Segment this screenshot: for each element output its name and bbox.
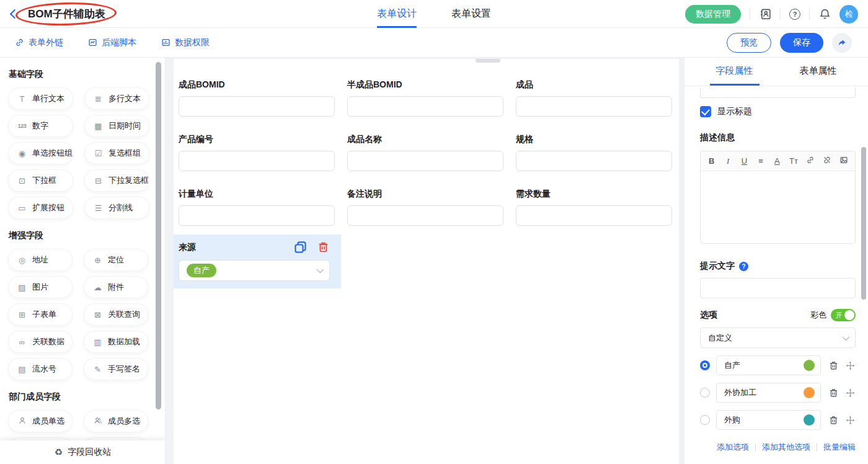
field-pill-single-text[interactable]: T单行文本 [8,87,73,110]
source-dropdown[interactable]: 自产 [179,260,330,281]
option-input[interactable]: 自产 [716,355,821,375]
field-recycle-bin[interactable]: ♻ 字段回收站 [0,440,166,464]
text-input[interactable] [516,205,672,226]
radio-selected-icon[interactable] [700,360,710,370]
hint-help-icon[interactable]: ? [739,262,748,271]
data-permission-item[interactable]: 数据权限 [161,37,210,48]
option-color-dot-green[interactable] [804,360,815,371]
field-pill-subform[interactable]: ⊞子表单 [8,303,73,326]
field-pill-attachment[interactable]: ☁附件 [84,276,148,298]
form-field[interactable]: 成品名称 [347,134,503,171]
field-pill-checkbox-group[interactable]: ☑复选框组 [84,142,149,164]
form-field[interactable]: 半成品BOMID [347,79,503,117]
tab-form-design[interactable]: 表单设计 [377,0,417,28]
field-pill-radio-group[interactable]: ◉单选按钮组 [8,142,73,164]
add-option-link[interactable]: 添加选项 [717,442,749,453]
option-type-select[interactable]: 自定义 [700,328,856,348]
text-input[interactable] [179,96,335,117]
text-input[interactable] [516,151,672,171]
bold-icon[interactable]: B [707,156,715,166]
delete-option-icon[interactable] [828,415,839,426]
field-pill-datetime[interactable]: ▦日期时间 [84,115,149,137]
share-button[interactable] [832,33,852,53]
form-field[interactable]: 规格 [516,134,672,171]
option-color-dot-teal[interactable] [804,414,815,426]
align-icon[interactable]: ≡ [756,156,764,166]
data-manage-button[interactable]: 数据管理 [685,5,741,24]
field-pill-signature[interactable]: ✎手写签名 [84,358,148,380]
field-pill-divider[interactable]: ☰分割线 [84,197,149,219]
delete-field-icon[interactable] [317,241,330,254]
form-field[interactable]: 成品BOMID [179,79,335,117]
external-link-item[interactable]: 表单外链 [15,37,63,48]
remove-link-icon[interactable] [823,156,831,166]
selected-field-source[interactable]: 来源 自产 [174,234,341,288]
text-input[interactable] [179,205,335,226]
user-avatar[interactable]: 检 [839,5,858,24]
delete-option-icon[interactable] [828,360,839,371]
panel-scrollbar[interactable] [861,147,866,300]
field-pill-linked-query[interactable]: ⊠关联查询 [84,303,148,326]
text-input[interactable] [347,151,503,171]
form-field[interactable]: 需求数量 [516,189,672,226]
field-pill-linked-data[interactable]: ∞关联数据 [8,331,73,353]
checkbox-checked-icon[interactable] [700,106,711,117]
tab-form-properties[interactable]: 表单属性 [794,58,843,86]
text-input[interactable] [516,96,672,117]
show-title-checkbox-row[interactable]: 显示标题 [700,106,856,117]
copy-field-icon[interactable] [293,240,308,254]
field-pill-extend-button[interactable]: ▭扩展按钮 [8,197,73,219]
font-color-icon[interactable]: A [773,156,781,166]
canvas-scroll-handle[interactable] [476,59,500,63]
form-field[interactable]: 产品编号 [179,134,335,171]
field-pill-dropdown[interactable]: ⊡下拉框 [8,169,73,192]
form-field[interactable]: 成品 [516,79,672,117]
font-size-icon[interactable]: Tт [789,156,798,166]
radio-unselected-icon[interactable] [700,388,710,398]
move-option-icon[interactable] [845,415,856,426]
italic-icon[interactable]: I [724,156,732,166]
help-icon[interactable]: ? [789,9,800,20]
radio-unselected-icon[interactable] [700,415,710,425]
move-option-icon[interactable] [845,360,856,371]
delete-option-icon[interactable] [828,388,839,398]
insert-image-icon[interactable] [839,156,848,166]
hint-text-input[interactable] [700,278,856,298]
field-pill-image[interactable]: ▨图片 [8,276,73,298]
notification-bell-icon[interactable] [818,8,831,20]
underline-icon[interactable]: U [740,156,748,166]
backend-script-item[interactable]: 后端脚本 [88,37,136,48]
sidebar-scrollbar[interactable] [156,62,161,409]
field-pill-member-single[interactable]: 成员单选 [8,410,73,432]
field-pill-multi-dropdown[interactable]: ⊟下拉复选框 [84,169,149,192]
contacts-icon[interactable] [759,8,771,20]
field-pill-member-multi[interactable]: 成员多选 [84,410,148,432]
field-pill-number[interactable]: 123数字 [8,115,73,137]
field-pill-data-load[interactable]: ▥数据加载 [84,331,148,353]
option-input[interactable]: 外购 [716,410,821,430]
add-other-option-link[interactable]: 添加其他选项 [762,442,810,453]
description-richtext-editor[interactable]: B I U ≡ A Tт [700,151,856,244]
form-field[interactable]: 计量单位 [179,189,335,226]
insert-link-icon[interactable] [806,156,815,166]
field-pill-multi-text[interactable]: ≣多行文本 [84,87,149,110]
text-input[interactable] [179,151,335,171]
back-icon[interactable] [10,9,20,19]
colorful-toggle[interactable]: 开 [831,309,856,321]
option-input[interactable]: 外协加工 [716,383,821,403]
field-pill-address[interactable]: ◎地址 [8,249,73,271]
field-pill-serial-number[interactable]: ▤流水号 [8,358,73,380]
option-color-dot-orange[interactable] [804,387,815,398]
move-option-icon[interactable] [845,388,856,398]
tab-form-settings[interactable]: 表单设置 [451,0,491,28]
text-input[interactable] [347,205,503,226]
form-canvas[interactable]: 成品BOMID 半成品BOMID 成品 产品编号 成品名称 规格 计量单位 备注… [174,59,679,464]
tab-field-properties[interactable]: 字段属性 [710,58,760,86]
batch-edit-link[interactable]: 批量编辑 [823,442,856,453]
form-field[interactable]: 备注说明 [347,189,503,226]
save-button[interactable]: 保存 [780,33,823,53]
preview-button[interactable]: 预览 [727,33,771,53]
field-pill-geolocate[interactable]: ⊕定位 [84,249,148,271]
field-title-input-partial[interactable] [700,87,856,98]
text-input[interactable] [347,96,503,117]
